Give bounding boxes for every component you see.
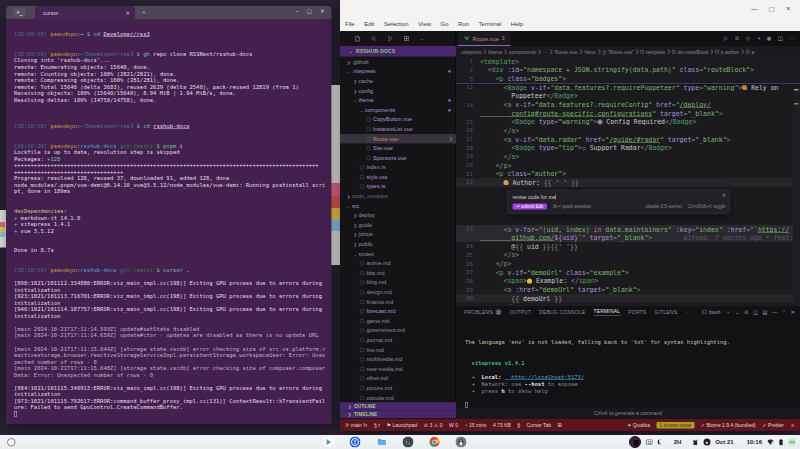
- code-editor[interactable]: 13 <Badge v-if="data.features?.requirePu…: [456, 57, 800, 305]
- submit-edit-button[interactable]: ⏎ submit Edit: [513, 204, 547, 210]
- tree-item-Sponsors.vue[interactable]: Sponsors.vue: [340, 153, 456, 163]
- panel-action-icons[interactable]: ＋⌄⊘◫▤—⌃✕: [725, 309, 795, 316]
- statusbar-item-0[interactable]: W0: [449, 422, 458, 428]
- panel-action-icon[interactable]: ＋: [725, 309, 730, 316]
- breadcrumb-item[interactable]: p.author: [721, 49, 739, 55]
- vscode-close-button[interactable]: ✕: [786, 5, 791, 13]
- tree-item-popular.md[interactable]: popular.md: [340, 393, 456, 400]
- panel-action-icon[interactable]: ⊘: [744, 309, 748, 316]
- panel-tab-ports[interactable]: PORTS: [628, 309, 646, 315]
- tree-item-government.md[interactable]: government.md: [340, 326, 456, 336]
- tree-item-public[interactable]: ❯public: [340, 239, 456, 249]
- tree-item-joinus[interactable]: ❯joinus: [340, 230, 456, 240]
- tree-item-deploy[interactable]: ❯deploy: [340, 211, 456, 221]
- panel-tab-debug-console[interactable]: DEBUG CONSOLE: [539, 309, 585, 315]
- terminal-tab-close-icon[interactable]: ✕: [125, 6, 130, 19]
- vscode-minimize-button[interactable]: —: [751, 5, 758, 13]
- tree-item-finance.md[interactable]: finance.md: [340, 297, 456, 307]
- statusbar-item-3[interactable]: ⊘3⚠0: [424, 422, 443, 428]
- statusbar-item[interactable]: ⊞: [557, 422, 561, 428]
- tree-item-index.ts[interactable]: index.ts: [340, 163, 456, 173]
- panel-action-icon[interactable]: ⌄: [735, 309, 739, 316]
- breadcrumb[interactable]: .vitepress❯theme❯components❯⋯❯Route.vue❯…: [460, 46, 800, 57]
- minimap[interactable]: [793, 57, 800, 305]
- menu-run[interactable]: Run: [458, 20, 469, 27]
- tree-item-game.md[interactable]: game.md: [340, 316, 456, 326]
- statusbar-item-launchpad[interactable]: ⚑Launchpad: [386, 422, 417, 428]
- statusbar-item[interactable]: [791, 423, 796, 428]
- statusbar-item[interactable]: §: [517, 422, 520, 428]
- statusbar-item-r[interactable]: §r: [374, 422, 380, 428]
- menu-selection[interactable]: Selection: [384, 20, 409, 27]
- tree-item-Site.vue[interactable]: Site.vue: [340, 143, 456, 153]
- tree-item-new-media.md[interactable]: new-media.md: [340, 364, 456, 374]
- cursor-inline-edit-popup[interactable]: ✕ revise code for me ⏎ submit Edit ⌘⏎ qu…: [507, 190, 730, 214]
- breadcrumb-item[interactable]: {} "Route.vue": [603, 49, 634, 55]
- timeline-section[interactable]: ❯TIMELINE: [340, 410, 456, 418]
- panel-tab-gitlens[interactable]: GITLENS: [654, 309, 677, 315]
- terminal-tab[interactable]: cursor . ✕: [35, 6, 135, 19]
- tree-item-types.ts[interactable]: types.ts: [340, 182, 456, 192]
- terminal-titlebar[interactable]: >_ cursor . ✕ + – ▢ ✕: [6, 6, 332, 19]
- editor-action-icon[interactable]: ◇: [746, 35, 750, 42]
- system-tray[interactable]: 2H ● Oct 21 10:16 <>: [629, 436, 796, 448]
- tree-item-other.md[interactable]: other.md: [340, 374, 456, 384]
- explorer-section-header[interactable]: ⌄RSSHUB-DOCS: [340, 46, 456, 57]
- breadcrumb-item[interactable]: ⋯: [543, 49, 548, 55]
- statusbar-item-15-mins[interactable]: ◔15 mins: [464, 422, 486, 428]
- tree-item-guide[interactable]: ❯guide: [340, 220, 456, 230]
- tree-item-config[interactable]: ❯config: [340, 86, 456, 96]
- terminal-new-tab-button[interactable]: +: [142, 9, 146, 17]
- terminal-body[interactable]: [10:09:58] pseudoyu:~ $ cd Developer/rss…: [6, 19, 332, 424]
- breadcrumb-item[interactable]: .vitepress: [460, 49, 481, 55]
- tree-item-.github[interactable]: ❯.github: [340, 57, 456, 67]
- vscode-titlebar[interactable]: FileEditSelectionViewGoRunTerminalHelp —…: [340, 0, 800, 31]
- panel-action-icon[interactable]: ⌃: [782, 309, 786, 316]
- tree-item-InstanceList.vue[interactable]: InstanceList.vue: [340, 124, 456, 134]
- editor-action-icon[interactable]: ⋯: [790, 35, 796, 42]
- tree-item-forecast.md[interactable]: forecast.md: [340, 306, 456, 316]
- tree-item-components[interactable]: ⌄components●: [340, 105, 456, 115]
- source-control-icon[interactable]: [387, 35, 394, 42]
- inline-edit-input[interactable]: revise code for me: [513, 194, 557, 200]
- breadcrumb-item[interactable]: theme: [488, 49, 502, 55]
- statusbar-item-biome-1-9-4-bundled-[interactable]: ✓Biome 1.9.4 (bundled): [701, 422, 756, 428]
- panel-action-icon[interactable]: ✕: [791, 309, 795, 316]
- one-password-icon[interactable]: [350, 437, 361, 448]
- terminal-maximize-button[interactable]: ▢: [307, 8, 312, 15]
- tree-item-CopyButton.vue[interactable]: CopyButton.vue: [340, 115, 456, 125]
- breadcrumb-item[interactable]: Vetur: [584, 49, 596, 55]
- panel-tab-⋯[interactable]: ⋯: [685, 309, 690, 315]
- terminal-profile[interactable]: bash: [702, 309, 720, 315]
- terminal-close-button[interactable]: ✕: [320, 8, 325, 15]
- menu-go[interactable]: Go: [441, 20, 449, 27]
- breadcrumb-item[interactable]: div.routeBlock: [677, 49, 708, 55]
- vscode-maximize-button[interactable]: ▢: [768, 5, 774, 13]
- statusbar-item[interactable]: 1 known issue: [657, 422, 695, 429]
- linux-penguin-icon[interactable]: [456, 437, 467, 448]
- tree-item-anime.md[interactable]: anime.md: [340, 258, 456, 268]
- extensions-icon[interactable]: [404, 35, 411, 42]
- tree-item-src[interactable]: ⌄src: [340, 201, 456, 211]
- editor-action-icon[interactable]: ◫: [778, 35, 783, 42]
- statusbar-item-main[interactable]: main↻: [345, 422, 368, 428]
- menu-terminal[interactable]: Terminal: [479, 20, 502, 27]
- menu-view[interactable]: View: [418, 20, 431, 27]
- statusbar-item-quokka[interactable]: ✦Quokka: [627, 422, 650, 428]
- launcher-button[interactable]: [7, 438, 16, 447]
- panel-action-icon[interactable]: —: [772, 309, 777, 316]
- panel-terminal-output[interactable]: The language 'env' is not loaded, fallin…: [465, 339, 730, 409]
- terminal-minimize-button[interactable]: –: [296, 8, 299, 15]
- breadcrumb-item[interactable]: template: [646, 49, 665, 55]
- chevron-down-icon[interactable]: ⌄: [420, 36, 424, 41]
- menu-help[interactable]: Help: [511, 20, 523, 27]
- editor-action-icon[interactable]: ⊘: [735, 35, 740, 42]
- tree-item-Route.vue[interactable]: Route.vue3: [340, 134, 456, 144]
- quick-question-button[interactable]: ⌘⏎ quick question: [553, 204, 591, 209]
- tree-item-picture.md[interactable]: picture.md: [340, 383, 456, 393]
- tree-item-routes[interactable]: ⌄routes: [340, 249, 456, 259]
- statusbar-item-4-73-kb[interactable]: 4.73 KB: [493, 422, 511, 428]
- tree-item-.vitepress[interactable]: ⌄.vitepress●: [340, 67, 456, 77]
- tree-item-cache[interactable]: ❯cache: [340, 76, 456, 86]
- tree-item-bbs.md[interactable]: bbs.md: [340, 268, 456, 278]
